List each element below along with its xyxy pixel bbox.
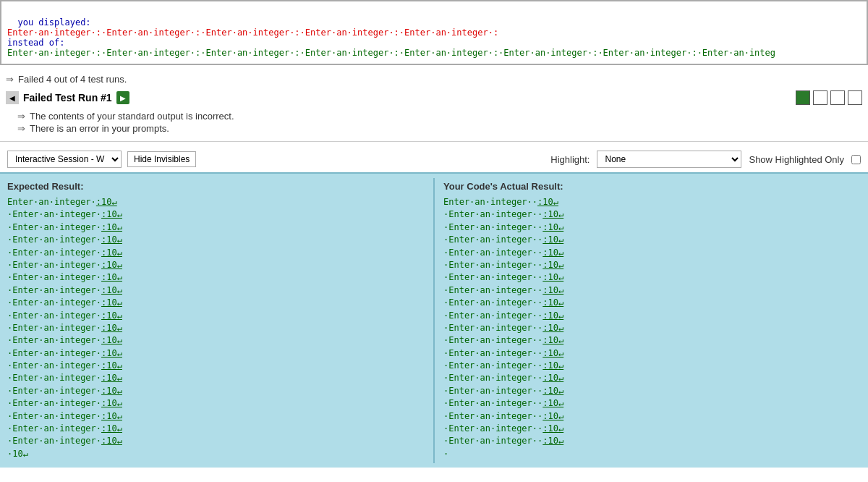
list-item: ·Enter·an·integer·:10↵ xyxy=(7,397,425,410)
list-item: ·Enter·an·integer··:10↵ xyxy=(443,221,861,234)
fail-summary: ⇒ Failed 4 out of 4 test runs. xyxy=(0,71,868,88)
list-item: ·Enter·an·integer·:10↵ xyxy=(7,310,425,322)
failed-test-run-left: ◀ Failed Test Run #1 ▶ xyxy=(6,91,129,104)
fail-detail-row-1: ⇒ The contents of your standard output i… xyxy=(17,111,851,122)
list-item: ·Enter·an·integer··:10↵ xyxy=(443,360,861,372)
indicator-2 xyxy=(813,90,827,105)
list-item: ·Enter·an·integer··:10↵ xyxy=(443,372,861,384)
list-item: Enter·an·integer·:10↵ xyxy=(7,196,425,208)
fail-detail-text-1: The contents of your standard output is … xyxy=(30,111,234,122)
list-item: ·Enter·an·integer·:10↵ xyxy=(7,423,425,435)
nav-next-button[interactable]: ▶ xyxy=(116,91,129,104)
hide-invisibles-button[interactable]: Hide Invisibles xyxy=(127,151,196,167)
you-displayed-label: you displayed: xyxy=(17,17,90,28)
nav-prev-button[interactable]: ◀ xyxy=(6,91,19,104)
list-item: ·Enter·an·integer··:10↵ xyxy=(443,397,861,410)
fail-detail-arrow-2: ⇒ xyxy=(17,123,25,134)
list-item: ·Enter·an·integer·:10↵ xyxy=(7,372,425,384)
list-item: ·Enter·an·integer··:10↵ xyxy=(443,334,861,347)
list-item: ·Enter·an·integer·:10↵ xyxy=(7,360,425,372)
actual-result-content: Enter·an·integer··:10↵·Enter·an·integer·… xyxy=(443,196,861,460)
list-item: ·Enter·an·integer·:10↵ xyxy=(7,347,425,360)
list-item: ·Enter·an·integer··:10↵ xyxy=(443,310,861,322)
failed-test-run-bar: ◀ Failed Test Run #1 ▶ xyxy=(0,88,868,108)
correct-output-line: Enter·an·integer·:·Enter·an·integer·:·En… xyxy=(7,48,775,58)
fail-summary-text: Failed 4 out of 4 test runs. xyxy=(18,74,127,85)
list-item: ·Enter·an·integer··:10↵ xyxy=(443,271,861,284)
list-item: ·Enter·an·integer··:10↵ xyxy=(443,322,861,334)
indicator-3 xyxy=(830,90,845,105)
results-container: Expected Result: Enter·an·integer·:10↵·E… xyxy=(0,172,868,468)
expected-result-panel: Expected Result: Enter·an·integer·:10↵·E… xyxy=(4,178,427,463)
fail-summary-arrow: ⇒ xyxy=(6,74,14,85)
list-item: ·Enter·an·integer··:10↵ xyxy=(443,410,861,423)
wrong-output-line: Enter·an·integer·:·Enter·an·integer·:·En… xyxy=(7,28,498,38)
list-item: Enter·an·integer··:10↵ xyxy=(443,196,861,208)
actual-result-panel: Your Code's Actual Result: Enter·an·inte… xyxy=(441,178,864,463)
list-item: ·10↵ xyxy=(7,448,425,460)
show-highlighted-label: Show Highlighted Only xyxy=(749,154,844,165)
expected-result-title: Expected Result: xyxy=(7,181,425,192)
list-item: ·Enter·an·integer··:10↵ xyxy=(443,297,861,309)
list-item: ·Enter·an·integer·:10↵ xyxy=(7,247,425,259)
actual-result-title-text: Your Code's Actual Result: xyxy=(443,181,563,192)
panel-separator xyxy=(433,178,435,463)
list-item: ·Enter·an·integer·:10↵ xyxy=(7,322,425,334)
indicator-4 xyxy=(848,90,862,105)
fail-detail-arrow-1: ⇒ xyxy=(17,111,25,122)
list-item: ·Enter·an·integer·:10↵ xyxy=(7,334,425,347)
controls-left: Interactive Session - W Interactive Sess… xyxy=(7,151,196,168)
list-item: ·Enter·an·integer·:10↵ xyxy=(7,410,425,423)
list-item: ·Enter·an·integer·:10↵ xyxy=(7,284,425,297)
highlight-label: Highlight: xyxy=(550,154,590,165)
list-item: ·Enter·an·integer··:10↵ xyxy=(443,259,861,271)
list-item: ·Enter·an·integer·:10↵ xyxy=(7,271,425,284)
list-item: ·Enter·an·integer··:10↵ xyxy=(443,385,861,397)
list-item: ·Enter·an·integer·:10↵ xyxy=(7,297,425,309)
instead-of-label: instead of: xyxy=(7,38,64,48)
controls-right: Highlight: None Differences Spaces Show … xyxy=(550,151,861,168)
fail-detail-text-2: There is an error in your prompts. xyxy=(30,123,169,134)
list-item: ·Enter·an·integer··:10↵ xyxy=(443,208,861,221)
list-item: ·Enter·an·integer·:10↵ xyxy=(7,385,425,397)
test-indicators xyxy=(796,90,862,105)
top-output-section: you displayed: Enter·an·integer·:·Enter·… xyxy=(0,0,868,65)
highlight-select[interactable]: None Differences Spaces xyxy=(597,151,741,168)
indicator-1 xyxy=(796,90,810,105)
expected-result-title-text: Expected Result: xyxy=(7,181,83,192)
session-select[interactable]: Interactive Session - W Interactive Sess… xyxy=(7,151,122,168)
section-divider xyxy=(0,141,868,142)
expected-result-content: Enter·an·integer·:10↵·Enter·an·integer·:… xyxy=(7,196,425,460)
fail-details: ⇒ The contents of your standard output i… xyxy=(0,108,868,137)
list-item: ·Enter·an·integer··:10↵ xyxy=(443,284,861,297)
list-item: ·Enter·an·integer··:10↵ xyxy=(443,435,861,447)
list-item: ·Enter·an·integer·:10↵ xyxy=(7,208,425,221)
list-item: ·Enter·an·integer··:10↵ xyxy=(443,247,861,259)
fail-detail-row-2: ⇒ There is an error in your prompts. xyxy=(17,123,851,134)
list-item: ·Enter·an·integer·:10↵ xyxy=(7,221,425,234)
list-item: ·Enter·an·integer··:10↵ xyxy=(443,234,861,246)
show-highlighted-checkbox[interactable] xyxy=(851,155,861,164)
list-item: · xyxy=(443,448,861,460)
list-item: ·Enter·an·integer·:10↵ xyxy=(7,259,425,271)
actual-result-title: Your Code's Actual Result: xyxy=(443,181,861,192)
list-item: ·Enter·an·integer·:10↵ xyxy=(7,435,425,447)
controls-bar: Interactive Session - W Interactive Sess… xyxy=(0,146,868,172)
list-item: ·Enter·an·integer··:10↵ xyxy=(443,347,861,360)
list-item: ·Enter·an·integer·:10↵ xyxy=(7,234,425,246)
failed-test-run-title: Failed Test Run #1 xyxy=(23,92,112,103)
list-item: ·Enter·an·integer··:10↵ xyxy=(443,423,861,435)
